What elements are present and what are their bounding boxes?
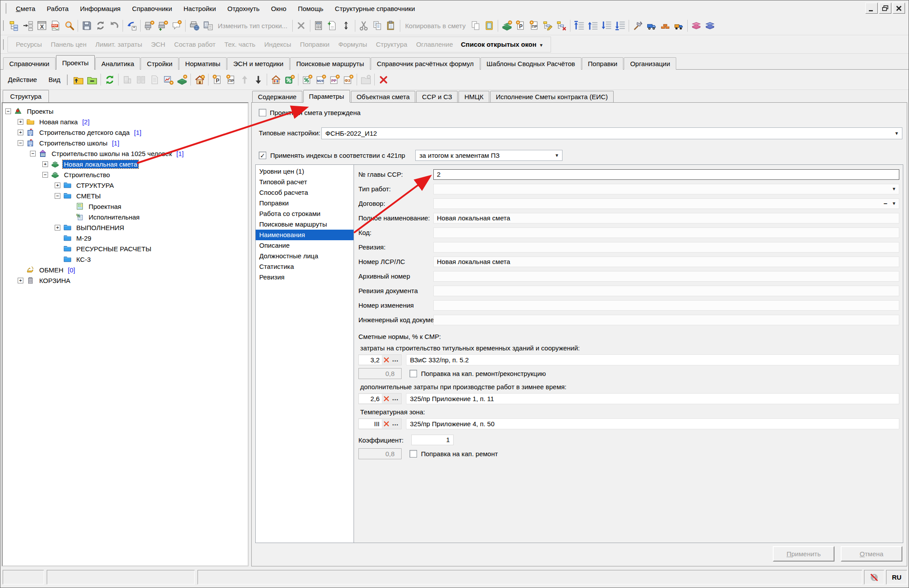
pdf-export-button[interactable]: PDF	[48, 19, 62, 33]
expand-icon[interactable]: +	[18, 119, 23, 125]
paste-orange-button[interactable]	[482, 19, 496, 33]
tree-row-4[interactable]: −Строительство школы на 1025 человек[1]	[3, 148, 248, 159]
tree-row-15[interactable]: ОБМЕН[0]	[3, 264, 248, 275]
tree-row-0[interactable]: −Проекты	[3, 106, 248, 116]
toolbar-grip[interactable]	[67, 74, 69, 85]
minus-icon[interactable]: −	[883, 200, 887, 207]
menu-item-5[interactable]: Отдохнуть	[222, 3, 265, 14]
field-input-10[interactable]	[433, 315, 899, 325]
params-tab-5[interactable]: Исполнение Сметы контракта (ЕИС)	[490, 91, 614, 102]
delete-structure-button[interactable]	[555, 19, 568, 33]
collapse-icon[interactable]: −	[55, 193, 60, 199]
tab-7[interactable]: Справочник расчётных формул	[371, 57, 480, 70]
expand-icon[interactable]: +	[55, 225, 60, 231]
ellipsis-button[interactable]: …	[391, 419, 400, 428]
tree-row-5[interactable]: +Новая локальная смета	[3, 159, 248, 169]
tree-row-14[interactable]: КС-3	[3, 254, 248, 264]
print-export-button[interactable]	[187, 19, 201, 33]
chevron-down-icon[interactable]: ▼	[892, 201, 896, 206]
f3-button[interactable]: ФЗ	[341, 73, 355, 86]
undo-button[interactable]	[107, 19, 121, 33]
expand-icon[interactable]: +	[55, 182, 60, 188]
params-tab-2[interactable]: Объектная смета	[351, 91, 416, 102]
temp-buildings-doc[interactable]: ВЗиС 332/пр, п. 5.2	[406, 354, 899, 365]
category-item-3[interactable]: Поправки	[256, 198, 354, 208]
resources-button[interactable]	[269, 73, 283, 86]
field-input-3[interactable]: Новая локальная смета	[433, 213, 899, 223]
books-blue-button[interactable]	[703, 19, 717, 33]
paste-button[interactable]	[384, 19, 398, 33]
temperature-zone-input[interactable]: III	[359, 419, 382, 428]
page-p-button[interactable]: P	[210, 73, 224, 86]
move-down-dark-button[interactable]	[251, 73, 265, 86]
field-input-6[interactable]: Новая локальная смета	[433, 257, 899, 267]
page-pr-button[interactable]: ПР	[527, 19, 541, 33]
add-page-button[interactable]	[326, 19, 339, 33]
params-tab-1[interactable]: Параметры	[303, 90, 350, 102]
chevron-down-icon[interactable]: ▼	[892, 186, 896, 191]
field-input-5[interactable]	[433, 242, 899, 253]
columns-gray-button[interactable]	[134, 73, 148, 86]
close-button[interactable]	[893, 3, 905, 14]
category-item-9[interactable]: Статистика	[256, 261, 354, 272]
open-windows-dropdown[interactable]: Список открытых окон▼	[458, 41, 547, 48]
winter-input[interactable]: 2,6	[359, 394, 382, 403]
tab-10[interactable]: Организации	[624, 57, 676, 70]
winter-doc[interactable]: 325/пр Приложение 1, п. 11	[406, 393, 899, 404]
tab-5[interactable]: ЭСН и методики	[227, 57, 290, 70]
tab-6[interactable]: Поисковые маршруты	[290, 57, 370, 70]
tree-move-button[interactable]	[21, 19, 35, 33]
category-item-4[interactable]: Работа со строками	[256, 208, 354, 219]
category-item-7[interactable]: Описание	[256, 240, 354, 251]
temperature-zone-doc[interactable]: 325/пр Приложение 4, п. 50	[406, 418, 899, 429]
machines-button[interactable]	[644, 19, 658, 33]
row-settings-button[interactable]	[142, 19, 156, 33]
temp-buildings-input[interactable]: 3,2	[359, 355, 382, 365]
delivery-button[interactable]	[672, 19, 685, 33]
copy-button[interactable]	[371, 19, 384, 33]
tab-4[interactable]: Нормативы	[179, 57, 227, 70]
toolbar-menu-0[interactable]: Действие	[2, 74, 43, 86]
book-settings-button[interactable]	[500, 19, 514, 33]
toolbar-grip[interactable]	[3, 39, 5, 50]
tree-row-12[interactable]: М-29	[3, 233, 248, 243]
change-row-type-button[interactable]	[201, 19, 215, 33]
collapse-folder-button[interactable]	[85, 73, 99, 86]
move-top-button[interactable]	[572, 19, 586, 33]
ellipsis-button[interactable]: …	[391, 355, 400, 365]
tab-9[interactable]: Поправки	[582, 57, 624, 70]
type-settings-combo[interactable]: ФСНБ-2022_И12 ▼	[321, 127, 902, 139]
params-tab-4[interactable]: НМЦК	[458, 91, 489, 102]
percent-settings-button[interactable]	[283, 73, 296, 86]
category-item-5[interactable]: Поисковые маршруты	[256, 219, 354, 230]
menu-item-1[interactable]: Работа	[41, 3, 75, 14]
move-up-button[interactable]	[586, 19, 600, 33]
category-item-6[interactable]: Наименования	[256, 230, 354, 240]
collapse-icon[interactable]: −	[42, 172, 48, 178]
category-item-1[interactable]: Типовой расчет	[256, 177, 354, 187]
field-input-1[interactable]: ▼	[433, 184, 899, 194]
building-gray-button[interactable]	[120, 73, 134, 86]
repair-checkbox[interactable]	[410, 450, 417, 458]
move-up-gray-button[interactable]	[238, 73, 251, 86]
tab-structure[interactable]: Структура	[3, 90, 49, 102]
close-red-button[interactable]	[376, 73, 390, 86]
clear-icon[interactable]	[382, 355, 391, 365]
field-input-7[interactable]	[433, 271, 899, 282]
folder-settings-button[interactable]	[359, 73, 373, 86]
books-pink-button[interactable]	[689, 19, 703, 33]
page-gray-button[interactable]	[148, 73, 161, 86]
menu-item-0[interactable]: Смета	[10, 3, 41, 14]
tree-row-16[interactable]: +КОРЗИНА	[3, 275, 248, 286]
move-bottom-button[interactable]	[613, 19, 627, 33]
tree-row-7[interactable]: +СТРУКТУРА	[3, 180, 248, 190]
sort-arrows-button[interactable]	[339, 19, 353, 33]
edit-structure-button[interactable]	[541, 19, 555, 33]
menu-item-3[interactable]: Справочники	[126, 3, 178, 14]
restore-row-button[interactable]: *	[125, 19, 138, 33]
tab-2[interactable]: Аналитика	[95, 57, 140, 70]
move-down-button[interactable]	[600, 19, 613, 33]
materials-button[interactable]	[658, 19, 672, 33]
tree-row-11[interactable]: +ВЫПОЛНЕНИЯ	[3, 222, 248, 233]
menu-item-7[interactable]: Помощь	[292, 3, 329, 14]
